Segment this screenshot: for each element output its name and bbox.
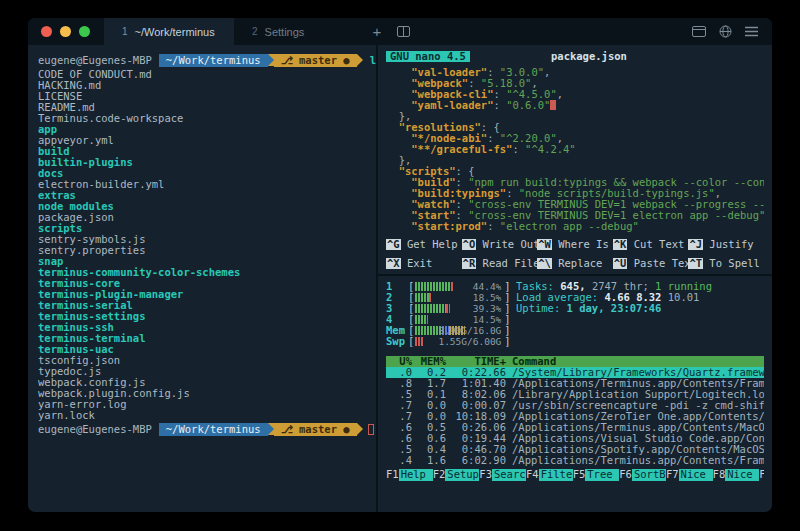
file-entry: terminus-ssh bbox=[38, 322, 376, 333]
htop-meter: Mem[8.90G/16.0G] bbox=[386, 325, 764, 336]
nano-line: "build": "npm run build:typings && webpa… bbox=[386, 177, 764, 188]
nano-line: }, bbox=[386, 111, 764, 122]
tab-index: 1 bbox=[122, 26, 128, 37]
file-entry: docs bbox=[38, 168, 376, 179]
nano-shortcut: ^G Get Help bbox=[386, 239, 462, 251]
header-cpu: U% bbox=[386, 356, 412, 367]
nano-line: }, bbox=[386, 155, 764, 166]
nano-line: "scripts": { bbox=[386, 166, 764, 177]
fkey-f4: F4Filter bbox=[526, 469, 573, 481]
process-row: .50.40:46.70/Applications/Spotify.app/Co… bbox=[386, 444, 764, 455]
tab-work-terminus[interactable]: 1 ~/Work/terminus bbox=[104, 18, 234, 45]
file-entry: sentry.properties bbox=[38, 245, 376, 256]
right-pane-column: GNU nano 4.5 package.json "val-loader": … bbox=[376, 45, 772, 512]
process-table-header: U% MEM% TIME+ Command bbox=[386, 356, 764, 367]
prompt-line: eugene@Eugenes-MBP ~/Work/terminus ⎇ mas… bbox=[38, 53, 376, 67]
fkey-f5: F5Tree bbox=[573, 469, 620, 481]
nano-shortcut: ^W Where Is bbox=[537, 239, 613, 251]
nano-pane[interactable]: GNU nano 4.5 package.json "val-loader": … bbox=[378, 45, 772, 276]
file-entry: terminus-uac bbox=[38, 344, 376, 355]
file-entry: CODE_OF_CONDUCT.md bbox=[38, 69, 376, 80]
nano-shortcuts-row2: ^X Exit^R Read File^\ Replace^U Paste Te… bbox=[386, 258, 764, 270]
file-entry: snap bbox=[38, 256, 376, 267]
nano-line: "start": "cross-env TERMINUS_DEV=1 elect… bbox=[386, 210, 764, 221]
file-entry: yarn.lock bbox=[38, 410, 376, 421]
file-entry: terminus-core bbox=[38, 278, 376, 289]
file-entry: tsconfig.json bbox=[38, 355, 376, 366]
file-entry: terminus-terminal bbox=[38, 333, 376, 344]
fkey-f3: F3Search bbox=[479, 469, 526, 481]
file-entry: HACKING.md bbox=[38, 80, 376, 91]
file-entry: builtin-plugins bbox=[38, 157, 376, 168]
fkey-f7: F7Nice - bbox=[666, 469, 713, 481]
process-row: .41.66:02.90/Applications/Terminus.app/C… bbox=[386, 455, 764, 466]
file-list: CODE_OF_CONDUCT.mdHACKING.mdLICENSEREADM… bbox=[38, 69, 376, 421]
window-frame-icon[interactable] bbox=[692, 26, 706, 37]
nano-line: "start:prod": "electron app --debug" bbox=[386, 221, 764, 232]
process-row: .60.50:26.06/Applications/Terminus.app/C… bbox=[386, 422, 764, 433]
nano-line: "resolutions": { bbox=[386, 122, 764, 133]
file-entry: sentry-symbols.js bbox=[38, 234, 376, 245]
nano-shortcut: ^T To Spell bbox=[688, 258, 764, 270]
nano-line: "webpack": "5.18.0", bbox=[386, 78, 764, 89]
pane-area: eugene@Eugenes-MBP ~/Work/terminus ⎇ mas… bbox=[28, 45, 772, 512]
prompt-path-segment: ~/Work/terminus bbox=[159, 54, 268, 67]
htop-stat-line: Uptime: 1 day, 23:07:46 bbox=[516, 303, 712, 314]
nano-line: "val-loader": "3.0.0", bbox=[386, 67, 764, 78]
globe-icon[interactable] bbox=[719, 25, 732, 38]
nano-shortcut: ^U Paste Text bbox=[613, 258, 689, 270]
split-pane-icon[interactable] bbox=[390, 18, 416, 45]
nano-line: "webpack-cli": "^4.5.0", bbox=[386, 89, 764, 100]
terminal-cursor bbox=[368, 424, 374, 435]
file-entry: yarn-error.log bbox=[38, 399, 376, 410]
close-window-button[interactable] bbox=[41, 26, 52, 37]
htop-process-list: .00.20:22.66/System/Library/Frameworks/Q… bbox=[386, 367, 764, 466]
file-entry: typedoc.js bbox=[38, 366, 376, 377]
process-row: .00.20:22.66/System/Library/Frameworks/Q… bbox=[386, 367, 764, 378]
file-entry: package.json bbox=[38, 212, 376, 223]
minimize-window-button[interactable] bbox=[60, 26, 71, 37]
nano-shortcut: ^\ Replace bbox=[537, 258, 613, 270]
nano-line: "yaml-loader": "0.6.0" bbox=[386, 100, 764, 111]
nano-shortcut: ^R Read File bbox=[462, 258, 538, 270]
file-entry: webpack.config.js bbox=[38, 377, 376, 388]
process-row: .81.71:01.40/Applications/Terminus.app/C… bbox=[386, 378, 764, 389]
prompt-line: eugene@Eugenes-MBP ~/Work/terminus ⎇ mas… bbox=[38, 422, 376, 436]
file-entry: build bbox=[38, 146, 376, 157]
tab-settings[interactable]: 2 Settings bbox=[234, 18, 364, 45]
prompt-path-segment: ~/Work/terminus bbox=[159, 423, 268, 436]
nano-line: "**/graceful-fs": "^4.2.4" bbox=[386, 144, 764, 155]
htop-pane[interactable]: 1[44.4%]2[18.5%]3[39.3%]4[14.5%]Mem[8.90… bbox=[378, 276, 772, 512]
process-row: .50.18:02.06/Library/Application Support… bbox=[386, 389, 764, 400]
file-entry: terminus-settings bbox=[38, 311, 376, 322]
fkey-f2: F2Setup bbox=[433, 469, 480, 481]
file-entry: terminus-serial bbox=[38, 300, 376, 311]
fkey-f1: F1Help bbox=[386, 469, 433, 481]
header-command: Command bbox=[506, 356, 764, 367]
htop-stat-line: Load average: 4.66 8.32 10.01 bbox=[516, 292, 712, 303]
nano-filename: package.json bbox=[551, 51, 683, 62]
file-entry: extras bbox=[38, 190, 376, 201]
nano-version-badge: GNU nano 4.5 bbox=[386, 51, 470, 62]
htop-stats: Tasks: 645, 2747 thr; 1 runningLoad aver… bbox=[516, 281, 712, 314]
nano-line: "watch": "cross-env TERMINUS_DEV=1 webpa… bbox=[386, 199, 764, 210]
htop-stat-line: Tasks: 645, 2747 thr; 1 running bbox=[516, 281, 712, 292]
tabbar-right-icons bbox=[692, 18, 772, 45]
terminal-window: 1 ~/Work/terminus 2 Settings + bbox=[28, 18, 772, 512]
powerline-arrow-icon bbox=[357, 423, 363, 435]
new-tab-button[interactable]: + bbox=[364, 18, 390, 45]
zoom-window-button[interactable] bbox=[79, 26, 90, 37]
nano-line: "*/node-abi": "^2.20.0", bbox=[386, 133, 764, 144]
file-entry: appveyor.yml bbox=[38, 135, 376, 146]
shell-pane[interactable]: eugene@Eugenes-MBP ~/Work/terminus ⎇ mas… bbox=[28, 45, 376, 512]
fkey-f6: F6SortBy bbox=[619, 469, 666, 481]
process-row: .70.010:18.09/Applications/ZeroTier One.… bbox=[386, 411, 764, 422]
prompt-user: eugene@Eugenes-MBP bbox=[38, 424, 152, 435]
file-entry: README.md bbox=[38, 102, 376, 113]
htop-meter: 4[14.5%] bbox=[386, 314, 764, 325]
menu-icon[interactable] bbox=[745, 26, 758, 37]
nano-line: "build:typings": "node scripts/build-typ… bbox=[386, 188, 764, 199]
process-row: .70.00:00.07/usr/sbin/screencapture -pdi… bbox=[386, 400, 764, 411]
prompt-git-segment: ⎇ master ● bbox=[274, 423, 357, 436]
file-entry: Terminus.code-workspace bbox=[38, 113, 376, 124]
